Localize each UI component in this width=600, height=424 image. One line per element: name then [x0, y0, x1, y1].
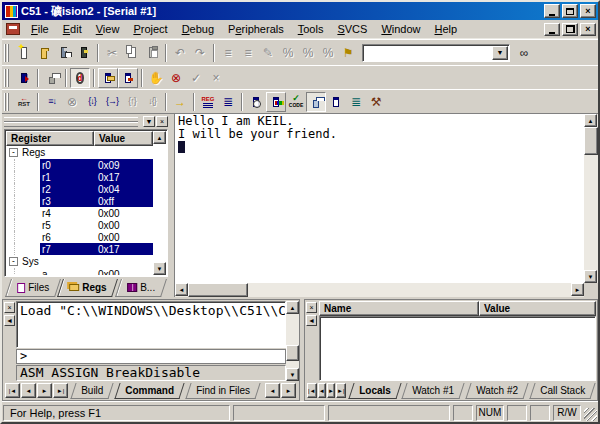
register-row-r4[interactable]: r40x00	[6, 207, 153, 219]
scrollbar-thumb[interactable]	[286, 345, 299, 361]
menu-debug[interactable]: Debug	[175, 21, 221, 37]
title-bar[interactable]: C51 - 礦ision2 - [Serial #1] ×	[2, 2, 598, 20]
pane-close-button[interactable]: ×	[156, 116, 168, 127]
pane-collapse-button[interactable]: ◄	[306, 315, 317, 326]
register-row-r7[interactable]: r70x17	[6, 243, 153, 255]
mdi-minimize-button[interactable]	[544, 23, 560, 36]
value-column-header[interactable]: Value	[479, 301, 596, 316]
kill-breakpoints-icon[interactable]: ⊗	[166, 68, 186, 88]
redo-icon[interactable]: ↷	[190, 43, 210, 63]
tab-prev-icon[interactable]: ◄	[318, 383, 326, 398]
register-tree-body[interactable]: -Regsr00x09r10x17r20x04r30xffr40x00r50x0…	[6, 146, 153, 275]
device-database-icon[interactable]	[74, 43, 94, 63]
tab-last-icon[interactable]: ►|	[53, 383, 68, 398]
tab-files[interactable]: Files	[5, 279, 61, 297]
find-input[interactable]	[363, 45, 491, 61]
tabs-scroll-right-icon[interactable]: ►	[281, 383, 296, 398]
pane-close-button[interactable]: ×	[306, 302, 317, 313]
register-row-a[interactable]: a0x00	[6, 268, 153, 275]
tree-expander-icon[interactable]: -	[9, 148, 18, 157]
tab-last-icon[interactable]: ►|	[336, 383, 346, 398]
code-coverage-icon[interactable]: ✓CODE	[286, 92, 306, 112]
step-into-icon[interactable]: {↓}	[82, 92, 102, 112]
scrollbar-track[interactable]	[286, 314, 299, 368]
command-output[interactable]: Load "C:\\WINDOWS\\Desktop\\C51\\C51	[16, 301, 286, 348]
cut-icon[interactable]: ✂	[102, 43, 122, 63]
register-row-r1[interactable]: r10x17	[6, 171, 153, 183]
find-combobox[interactable]: ▼	[362, 44, 510, 62]
clear-breakpoints-icon[interactable]: ×	[206, 68, 226, 88]
help-books-icon[interactable]	[14, 68, 34, 88]
save-file-icon[interactable]	[54, 43, 74, 63]
register-row-r2[interactable]: r20x04	[6, 183, 153, 195]
run-icon[interactable]: ≡↓	[42, 92, 62, 112]
print-icon[interactable]	[42, 68, 62, 88]
command-input[interactable]: >	[16, 349, 286, 364]
scrollbar-track[interactable]	[188, 283, 571, 297]
tab-first-icon[interactable]: |◄	[307, 383, 317, 398]
menu-file[interactable]: File	[24, 21, 56, 37]
bookmark-icon[interactable]: ⚑	[338, 43, 358, 63]
tab-next-icon[interactable]: ►	[37, 383, 52, 398]
scroll-down-icon[interactable]: ▼	[153, 262, 166, 275]
outdent-icon[interactable]: ≡	[238, 43, 258, 63]
output-window-icon[interactable]	[118, 68, 138, 88]
toolbar-grip[interactable]	[4, 69, 11, 87]
breakpoint-hand-icon[interactable]: ✋	[146, 68, 166, 88]
toolbar-grip[interactable]	[4, 44, 11, 62]
menu-view[interactable]: View	[89, 21, 127, 37]
tab-call-stack[interactable]: Call Stack	[529, 383, 595, 399]
combobox-dropdown-icon[interactable]: ▼	[492, 46, 508, 60]
tab-watch-#2[interactable]: Watch #2	[465, 383, 528, 399]
menu-tools[interactable]: Tools	[291, 21, 331, 37]
uncomment-icon[interactable]: %	[298, 43, 318, 63]
step-out-icon[interactable]: {↑}	[122, 92, 142, 112]
register-group-regs[interactable]: -Regs	[6, 146, 153, 159]
pane-close-button[interactable]: ×	[4, 302, 15, 313]
mdi-close-button[interactable]: ×	[580, 23, 596, 36]
show-next-statement-icon[interactable]: →	[170, 92, 190, 112]
run-to-cursor-icon[interactable]: ↓{}	[142, 92, 162, 112]
tab-first-icon[interactable]: |◄	[5, 383, 20, 398]
tab-prev-icon[interactable]: ◄	[21, 383, 36, 398]
memory-window-icon[interactable]	[326, 92, 346, 112]
menu-peripherals[interactable]: Peripherals	[221, 21, 291, 37]
maximize-button[interactable]	[562, 4, 578, 18]
serial-window-icon[interactable]	[306, 92, 326, 112]
tab-build[interactable]: Build	[70, 383, 113, 399]
tab-b-[interactable]: B...	[115, 279, 167, 297]
enable-breakpoint-icon[interactable]: ✓	[186, 68, 206, 88]
reset-cpu-icon[interactable]: ←RST	[14, 92, 34, 112]
stack-window-icon[interactable]: ≣	[218, 92, 238, 112]
copy-icon[interactable]	[122, 43, 142, 63]
value-column-header[interactable]: Value	[94, 131, 153, 146]
tab-watch-#1[interactable]: Watch #1	[402, 383, 465, 399]
close-button[interactable]: ×	[580, 4, 596, 18]
scroll-down-icon[interactable]: ▼	[584, 270, 597, 283]
find-in-files-icon[interactable]: ∞	[514, 43, 534, 63]
comment-block-icon[interactable]: %	[318, 43, 338, 63]
register-pane-gripper[interactable]: ▼ ×	[4, 116, 168, 128]
name-column-header[interactable]: Name	[319, 301, 479, 316]
toolbox-icon[interactable]: ⚒	[366, 92, 386, 112]
undo-icon[interactable]: ↶	[170, 43, 190, 63]
mdi-restore-button[interactable]	[562, 23, 578, 36]
open-file-icon[interactable]	[34, 43, 54, 63]
scroll-left-icon[interactable]: ◄	[175, 283, 188, 296]
minimize-button[interactable]	[544, 4, 560, 18]
register-row-r5[interactable]: r50x00	[6, 219, 153, 231]
indent-icon[interactable]: ≡	[218, 43, 238, 63]
step-over-icon[interactable]: {→}	[102, 92, 122, 112]
tab-locals[interactable]: Locals	[348, 383, 401, 399]
toolbar-grip[interactable]	[4, 93, 11, 111]
project-window-icon[interactable]	[98, 68, 118, 88]
register-row-r6[interactable]: r60x00	[6, 231, 153, 243]
menu-edit[interactable]: Edit	[56, 21, 89, 37]
pane-undock-button[interactable]: ▼	[143, 116, 155, 127]
scroll-down-icon[interactable]: ▼	[286, 368, 299, 381]
app-icon[interactable]	[5, 5, 18, 18]
resize-grip[interactable]	[584, 408, 597, 421]
menu-help[interactable]: Help	[428, 21, 465, 37]
debug-session-icon[interactable]: d	[70, 68, 90, 88]
pane-collapse-button[interactable]: ◄	[4, 315, 15, 326]
